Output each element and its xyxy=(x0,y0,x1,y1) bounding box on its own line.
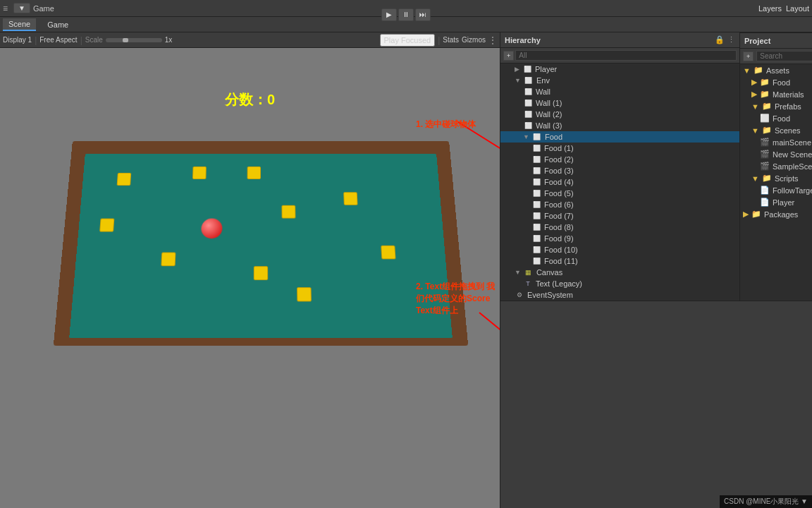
h-item-food6[interactable]: ⬜ Food (6) xyxy=(500,199,739,210)
layout-label[interactable]: Layout xyxy=(786,4,809,13)
player-sphere xyxy=(201,219,222,239)
project-panel: Project 🔒 ⋮ + 16 ▼ 📁 Assets ▶ xyxy=(740,32,812,301)
assets-folder[interactable]: ▼ 📁 Assets xyxy=(740,64,812,76)
h-item-player[interactable]: ▶ ⬜ Player xyxy=(500,64,739,75)
scale-label: Scale xyxy=(85,36,103,44)
h-item-food[interactable]: ▼ ⬜ Food xyxy=(500,131,739,143)
score-display: 分数：0 xyxy=(225,90,275,109)
hierarchy-search[interactable] xyxy=(515,50,737,61)
aspect-label[interactable]: Free Aspect xyxy=(39,36,77,44)
food-item xyxy=(161,253,176,267)
display-label[interactable]: Display 1 xyxy=(3,36,32,44)
hierarchy-panel: Hierarchy 🔒 ⋮ + ▶ ⬜ Player ▼ xyxy=(500,32,740,301)
main-scene[interactable]: 🎬 mainScene xyxy=(740,136,812,148)
hierarchy-title: Hierarchy xyxy=(505,36,712,44)
game-tab[interactable]: Game xyxy=(33,4,54,13)
pause-button[interactable]: ⏸ xyxy=(398,8,414,21)
h-item-food9[interactable]: ⬜ Food (9) xyxy=(500,233,739,244)
project-add-btn[interactable]: + xyxy=(743,52,753,61)
packages-folder[interactable]: ▶ 📁 Packages xyxy=(740,208,812,220)
play-button[interactable]: ▶ xyxy=(381,8,397,21)
h-item-env[interactable]: ▼ ⬜ Env xyxy=(500,75,739,86)
project-search[interactable] xyxy=(756,51,812,61)
h-item-food7[interactable]: ⬜ Food (7) xyxy=(500,210,739,222)
game-scene: 分数：0 1. 选中碰球物体 2. Text组件拖拽到 我们代码定义的Score… xyxy=(0,48,500,508)
step-button[interactable]: ⏭ xyxy=(415,8,431,21)
food-item xyxy=(99,219,114,232)
scale-slider[interactable] xyxy=(106,38,162,42)
new-scene[interactable]: 🎬 New Scene xyxy=(740,148,812,160)
h-item-food8[interactable]: ⬜ Food (8) xyxy=(500,222,739,233)
h-item-wall2[interactable]: ⬜ Wall (2) xyxy=(500,109,739,120)
h-item-food4[interactable]: ⬜ Food (4) xyxy=(500,176,739,188)
layers-label[interactable]: Layers xyxy=(758,4,782,13)
h-item-canvas[interactable]: ▼ ▦ Canvas xyxy=(500,267,739,278)
food-item xyxy=(297,287,312,301)
h-item-text-legacy[interactable]: T Text (Legacy) xyxy=(500,278,739,289)
follow-target-script[interactable]: 📄 FollowTarget xyxy=(740,184,812,196)
gizmos-btn[interactable]: Gizmos xyxy=(462,36,486,44)
food-item xyxy=(343,192,357,205)
food-item xyxy=(254,266,268,280)
file-menu[interactable]: ▼ xyxy=(13,3,30,13)
viewport-tabs: Display 1 | Free Aspect | Scale 1x Play … xyxy=(0,32,500,48)
h-item-food3[interactable]: ⬜ Food (3) xyxy=(500,165,739,176)
materials-folder[interactable]: ▶ 📁 Materials xyxy=(740,88,812,100)
hierarchy-header: Hierarchy 🔒 ⋮ xyxy=(500,32,739,48)
play-controls: ▶ ⏸ ⏭ xyxy=(381,8,431,21)
scenes-folder[interactable]: ▼ 📁 Scenes xyxy=(740,124,812,136)
food-item xyxy=(192,167,207,179)
h-item-wall[interactable]: ⬜ Wall xyxy=(500,86,739,97)
stats-btn[interactable]: Stats xyxy=(443,36,459,44)
food-item xyxy=(281,205,295,219)
menu-icon[interactable]: ≡ xyxy=(3,4,8,13)
hierarchy-more-btn[interactable]: ⋮ xyxy=(727,35,735,44)
scripts-folder[interactable]: ▼ 📁 Scripts xyxy=(740,172,812,184)
play-focused-btn[interactable]: Play Focused xyxy=(380,34,436,47)
food-item xyxy=(117,173,132,186)
viewport-content: 分数：0 1. 选中碰球物体 2. Text组件拖拽到 我们代码定义的Score… xyxy=(0,48,500,508)
food-item xyxy=(247,167,261,179)
project-title: Project xyxy=(744,37,812,45)
food-item xyxy=(381,246,395,260)
scene-tab-btn[interactable]: Scene xyxy=(3,18,36,31)
project-content: ▼ 📁 Assets ▶ 📁 Food ▶ 📁 Materials xyxy=(740,64,812,301)
food-folder[interactable]: ▶ 📁 Food xyxy=(740,76,812,88)
hierarchy-add-btn[interactable]: + xyxy=(503,51,514,61)
h-item-food11[interactable]: ⬜ Food (11) xyxy=(500,255,739,267)
more-btn[interactable]: ⋮ xyxy=(488,35,497,45)
h-item-wall3[interactable]: ⬜ Wall (3) xyxy=(500,120,739,131)
h-item-food5[interactable]: ⬜ Food (5) xyxy=(500,188,739,199)
hierarchy-lock-btn[interactable]: 🔒 xyxy=(715,35,725,44)
h-item-wall1[interactable]: ⬜ Wall (1) xyxy=(500,97,739,109)
annotation-2: 2. Text组件拖拽到 我们代码定义的Score Text组件上 xyxy=(416,281,500,317)
player-script-file[interactable]: 📄 Player xyxy=(740,196,812,208)
scale-value: 1x xyxy=(165,36,173,44)
annotation-1: 1. 选中碰球物体 xyxy=(416,119,476,131)
viewport: Display 1 | Free Aspect | Scale 1x Play … xyxy=(0,32,500,508)
svg-line-1 xyxy=(479,313,500,475)
h-item-food10[interactable]: ⬜ Food (10) xyxy=(500,244,739,255)
prefabs-food[interactable]: ⬜ Food xyxy=(740,112,812,124)
prefabs-folder[interactable]: ▼ 📁 Prefabs xyxy=(740,100,812,112)
project-header: Project 🔒 ⋮ xyxy=(740,33,812,49)
board-container xyxy=(56,119,465,344)
h-item-food1[interactable]: ⬜ Food (1) xyxy=(500,143,739,154)
h-item-eventsystem[interactable]: ⚙ EventSystem xyxy=(500,289,739,301)
sample-scene[interactable]: 🎬 SampleScene xyxy=(740,160,812,172)
h-item-food2[interactable]: ⬜ Food (2) xyxy=(500,154,739,165)
hierarchy-content: ▶ ⬜ Player ▼ ⬜ Env ⬜ Wall ⬜ xyxy=(500,64,739,301)
top-bar: ≡ ▼ Game ▶ ⏸ ⏭ Layers Layout xyxy=(0,0,812,17)
game-tab-btn[interactable]: Game xyxy=(42,19,74,30)
